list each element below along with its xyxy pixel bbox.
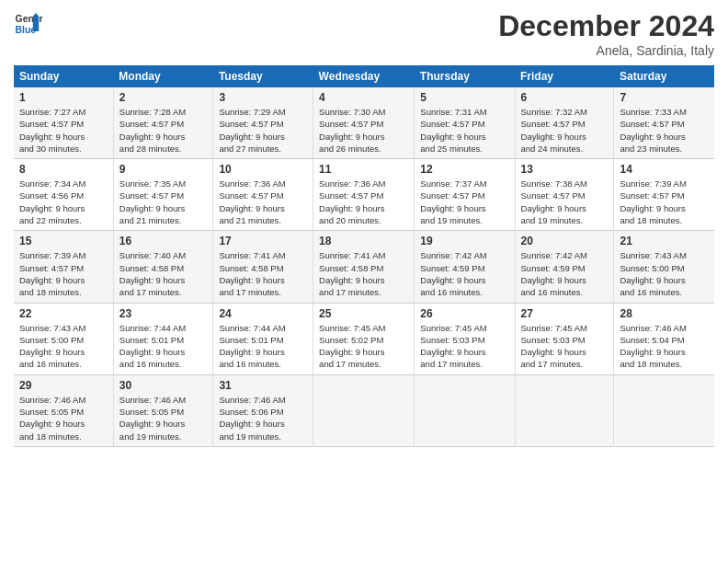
day-info: Sunrise: 7:43 AM Sunset: 5:00 PM Dayligh… bbox=[620, 249, 709, 298]
svg-text:General: General bbox=[16, 14, 43, 24]
col-wednesday: Wednesday bbox=[313, 65, 415, 87]
calendar-body: 1Sunrise: 7:27 AM Sunset: 4:57 PM Daylig… bbox=[14, 87, 714, 446]
table-cell bbox=[515, 374, 614, 446]
day-info: Sunrise: 7:37 AM Sunset: 4:57 PM Dayligh… bbox=[420, 178, 508, 226]
table-cell: 26Sunrise: 7:45 AM Sunset: 5:03 PM Dayli… bbox=[415, 303, 515, 374]
day-number: 2 bbox=[119, 91, 208, 104]
table-cell: 4Sunrise: 7:30 AM Sunset: 4:57 PM Daylig… bbox=[313, 87, 415, 159]
day-number: 24 bbox=[219, 307, 307, 320]
day-number: 11 bbox=[319, 163, 408, 176]
day-info: Sunrise: 7:29 AM Sunset: 4:57 PM Dayligh… bbox=[219, 106, 307, 155]
day-number: 26 bbox=[420, 307, 508, 320]
table-cell: 19Sunrise: 7:42 AM Sunset: 4:59 PM Dayli… bbox=[415, 231, 515, 303]
table-cell bbox=[614, 374, 714, 446]
location: Anela, Sardinia, Italy bbox=[498, 43, 714, 58]
table-cell: 23Sunrise: 7:44 AM Sunset: 5:01 PM Dayli… bbox=[113, 303, 213, 374]
day-info: Sunrise: 7:45 AM Sunset: 5:03 PM Dayligh… bbox=[521, 322, 609, 371]
table-cell: 25Sunrise: 7:45 AM Sunset: 5:02 PM Dayli… bbox=[313, 303, 415, 374]
day-number: 22 bbox=[19, 307, 108, 320]
day-number: 16 bbox=[119, 235, 208, 247]
day-number: 4 bbox=[319, 91, 408, 104]
day-number: 6 bbox=[521, 91, 609, 104]
day-number: 13 bbox=[521, 163, 609, 176]
day-info: Sunrise: 7:35 AM Sunset: 4:57 PM Dayligh… bbox=[119, 178, 208, 226]
day-info: Sunrise: 7:46 AM Sunset: 5:05 PM Dayligh… bbox=[119, 394, 208, 442]
day-number: 29 bbox=[19, 379, 108, 392]
table-cell: 11Sunrise: 7:36 AM Sunset: 4:57 PM Dayli… bbox=[313, 159, 415, 231]
table-cell bbox=[415, 374, 515, 446]
day-number: 12 bbox=[420, 163, 508, 176]
table-cell: 9Sunrise: 7:35 AM Sunset: 4:57 PM Daylig… bbox=[113, 159, 213, 231]
day-info: Sunrise: 7:42 AM Sunset: 4:59 PM Dayligh… bbox=[521, 249, 609, 298]
col-saturday: Saturday bbox=[614, 65, 714, 87]
col-monday: Monday bbox=[113, 65, 213, 87]
table-cell: 30Sunrise: 7:46 AM Sunset: 5:05 PM Dayli… bbox=[113, 374, 213, 446]
title-section: December 2024 Anela, Sardinia, Italy bbox=[498, 9, 714, 58]
table-cell: 31Sunrise: 7:46 AM Sunset: 5:06 PM Dayli… bbox=[213, 374, 313, 446]
day-info: Sunrise: 7:39 AM Sunset: 4:57 PM Dayligh… bbox=[19, 249, 108, 298]
table-row: 29Sunrise: 7:46 AM Sunset: 5:05 PM Dayli… bbox=[14, 374, 714, 446]
day-info: Sunrise: 7:45 AM Sunset: 5:03 PM Dayligh… bbox=[420, 322, 508, 371]
table-cell: 21Sunrise: 7:43 AM Sunset: 5:00 PM Dayli… bbox=[614, 231, 714, 303]
table-cell: 22Sunrise: 7:43 AM Sunset: 5:00 PM Dayli… bbox=[14, 303, 113, 374]
table-cell: 13Sunrise: 7:38 AM Sunset: 4:57 PM Dayli… bbox=[515, 159, 614, 231]
day-info: Sunrise: 7:33 AM Sunset: 4:57 PM Dayligh… bbox=[620, 106, 709, 155]
table-cell: 10Sunrise: 7:36 AM Sunset: 4:57 PM Dayli… bbox=[213, 159, 313, 231]
table-cell: 20Sunrise: 7:42 AM Sunset: 4:59 PM Dayli… bbox=[515, 231, 614, 303]
table-row: 22Sunrise: 7:43 AM Sunset: 5:00 PM Dayli… bbox=[14, 303, 714, 374]
day-info: Sunrise: 7:41 AM Sunset: 4:58 PM Dayligh… bbox=[319, 249, 408, 298]
month-title: December 2024 bbox=[498, 9, 714, 43]
day-info: Sunrise: 7:44 AM Sunset: 5:01 PM Dayligh… bbox=[119, 322, 208, 371]
day-number: 9 bbox=[119, 163, 208, 176]
header-row: Sunday Monday Tuesday Wednesday Thursday… bbox=[14, 65, 714, 87]
table-row: 1Sunrise: 7:27 AM Sunset: 4:57 PM Daylig… bbox=[14, 87, 714, 159]
logo: General Blue bbox=[14, 9, 43, 39]
day-info: Sunrise: 7:46 AM Sunset: 5:06 PM Dayligh… bbox=[219, 394, 307, 442]
table-cell: 7Sunrise: 7:33 AM Sunset: 4:57 PM Daylig… bbox=[614, 87, 714, 159]
day-number: 27 bbox=[521, 307, 609, 320]
day-info: Sunrise: 7:45 AM Sunset: 5:02 PM Dayligh… bbox=[319, 322, 408, 371]
day-number: 7 bbox=[620, 91, 709, 104]
table-cell: 17Sunrise: 7:41 AM Sunset: 4:58 PM Dayli… bbox=[213, 231, 313, 303]
day-info: Sunrise: 7:31 AM Sunset: 4:57 PM Dayligh… bbox=[420, 106, 508, 155]
day-info: Sunrise: 7:40 AM Sunset: 4:58 PM Dayligh… bbox=[119, 249, 208, 298]
day-number: 23 bbox=[119, 307, 208, 320]
day-info: Sunrise: 7:27 AM Sunset: 4:57 PM Dayligh… bbox=[19, 106, 108, 155]
day-number: 14 bbox=[620, 163, 709, 176]
table-cell: 12Sunrise: 7:37 AM Sunset: 4:57 PM Dayli… bbox=[415, 159, 515, 231]
calendar-container: General Blue December 2024 Anela, Sardin… bbox=[0, 0, 728, 456]
table-cell: 14Sunrise: 7:39 AM Sunset: 4:57 PM Dayli… bbox=[614, 159, 714, 231]
day-info: Sunrise: 7:38 AM Sunset: 4:57 PM Dayligh… bbox=[521, 178, 609, 226]
table-cell: 18Sunrise: 7:41 AM Sunset: 4:58 PM Dayli… bbox=[313, 231, 415, 303]
day-info: Sunrise: 7:36 AM Sunset: 4:57 PM Dayligh… bbox=[219, 178, 307, 226]
day-info: Sunrise: 7:43 AM Sunset: 5:00 PM Dayligh… bbox=[19, 322, 108, 371]
table-cell: 27Sunrise: 7:45 AM Sunset: 5:03 PM Dayli… bbox=[515, 303, 614, 374]
day-number: 17 bbox=[219, 235, 307, 247]
header: General Blue December 2024 Anela, Sardin… bbox=[14, 9, 714, 58]
day-number: 20 bbox=[521, 235, 609, 247]
col-sunday: Sunday bbox=[14, 65, 113, 87]
day-info: Sunrise: 7:42 AM Sunset: 4:59 PM Dayligh… bbox=[420, 249, 508, 298]
table-cell: 28Sunrise: 7:46 AM Sunset: 5:04 PM Dayli… bbox=[614, 303, 714, 374]
day-info: Sunrise: 7:30 AM Sunset: 4:57 PM Dayligh… bbox=[319, 106, 408, 155]
day-info: Sunrise: 7:46 AM Sunset: 5:04 PM Dayligh… bbox=[620, 322, 709, 371]
day-info: Sunrise: 7:46 AM Sunset: 5:05 PM Dayligh… bbox=[19, 394, 108, 442]
col-friday: Friday bbox=[515, 65, 614, 87]
day-info: Sunrise: 7:32 AM Sunset: 4:57 PM Dayligh… bbox=[521, 106, 609, 155]
day-number: 31 bbox=[219, 379, 307, 392]
day-number: 21 bbox=[620, 235, 709, 247]
table-cell: 8Sunrise: 7:34 AM Sunset: 4:56 PM Daylig… bbox=[14, 159, 113, 231]
calendar-table: Sunday Monday Tuesday Wednesday Thursday… bbox=[14, 65, 714, 447]
table-cell: 6Sunrise: 7:32 AM Sunset: 4:57 PM Daylig… bbox=[515, 87, 614, 159]
table-cell: 5Sunrise: 7:31 AM Sunset: 4:57 PM Daylig… bbox=[415, 87, 515, 159]
table-cell: 29Sunrise: 7:46 AM Sunset: 5:05 PM Dayli… bbox=[14, 374, 113, 446]
day-info: Sunrise: 7:36 AM Sunset: 4:57 PM Dayligh… bbox=[319, 178, 408, 226]
day-number: 8 bbox=[19, 163, 108, 176]
table-cell: 15Sunrise: 7:39 AM Sunset: 4:57 PM Dayli… bbox=[14, 231, 113, 303]
day-number: 10 bbox=[219, 163, 307, 176]
day-number: 28 bbox=[620, 307, 709, 320]
table-cell: 3Sunrise: 7:29 AM Sunset: 4:57 PM Daylig… bbox=[213, 87, 313, 159]
day-number: 18 bbox=[319, 235, 408, 247]
day-number: 5 bbox=[420, 91, 508, 104]
col-tuesday: Tuesday bbox=[213, 65, 313, 87]
